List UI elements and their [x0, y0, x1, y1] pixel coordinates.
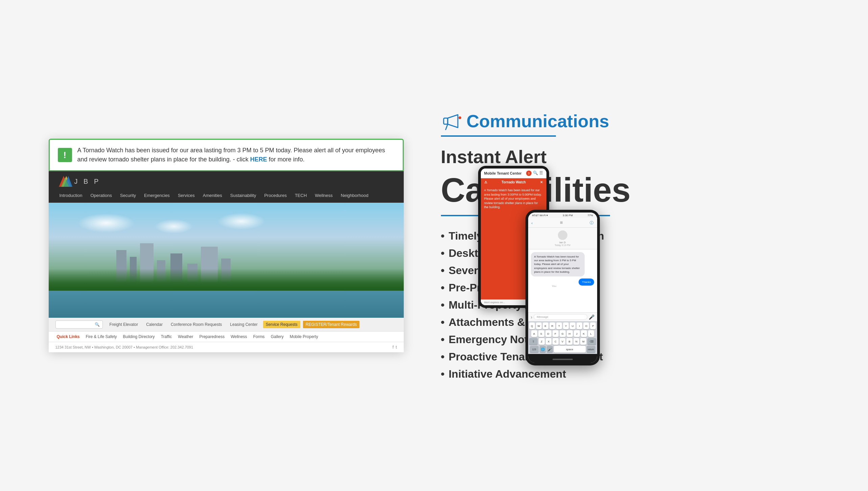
key-g[interactable]: G — [560, 330, 566, 337]
home-indicator — [528, 354, 597, 363]
status-battery: 77% — [587, 214, 593, 217]
phone-2-navheader: ‹ ⊞ ⓘ — [528, 218, 597, 228]
phone-2-contact-header: Ian D Today 3:13 PM — [528, 228, 597, 249]
home-bar[interactable] — [553, 359, 573, 360]
contact-name: Ian D — [559, 241, 566, 244]
nav-introduction[interactable]: Introduction — [55, 192, 87, 199]
bullet-1: • — [441, 230, 445, 242]
site-quicklinks: Quick Links Fire & Life Safety Building … — [49, 331, 404, 342]
key-b[interactable]: B — [566, 338, 572, 345]
nav-security[interactable]: Security — [116, 192, 140, 199]
key-l[interactable]: L — [588, 330, 594, 337]
alert-close-icon[interactable]: ✕ — [540, 180, 543, 184]
quicklink-preparedness[interactable]: Preparedness — [198, 334, 226, 340]
key-w[interactable]: W — [536, 322, 542, 329]
key-c[interactable]: C — [553, 338, 559, 345]
nav-procedures[interactable]: Procedures — [260, 192, 290, 199]
alert-text-before: A Tornado Watch has been issued for our … — [77, 147, 385, 163]
key-mic[interactable]: 🎤 — [547, 346, 553, 353]
nav-operations[interactable]: Operations — [86, 192, 116, 199]
site-logo: J B P — [59, 176, 101, 187]
message-input-area: › iMessage 🎤 — [528, 312, 597, 321]
nav-wellness[interactable]: Wellness — [311, 192, 337, 199]
key-j[interactable]: J — [574, 330, 580, 337]
site-header: J B P — [49, 171, 404, 192]
quicklink-main[interactable]: Quick Links — [55, 334, 81, 340]
key-delete[interactable]: ⌫ — [587, 338, 596, 345]
facebook-icon[interactable]: f — [393, 345, 394, 350]
key-i[interactable]: I — [577, 322, 582, 329]
link-calendar[interactable]: Calendar — [143, 321, 165, 328]
search-icon[interactable]: 🔍 — [95, 322, 100, 327]
quicklink-wellness[interactable]: Wellness — [229, 334, 248, 340]
key-p[interactable]: P — [590, 322, 596, 329]
phone-1-badge: 3 — [526, 171, 532, 176]
menu-icon-phone1[interactable]: ☰ — [539, 171, 543, 176]
key-123[interactable]: 123 — [530, 346, 539, 353]
key-z[interactable]: Z — [539, 338, 545, 345]
link-leasing[interactable]: Leasing Center — [227, 321, 260, 328]
mic-icon[interactable]: 🎤 — [589, 314, 594, 320]
comm-divider-line — [441, 135, 556, 137]
key-m[interactable]: M — [580, 338, 586, 345]
quicklink-traffic[interactable]: Traffic — [160, 334, 173, 340]
quicklink-fire[interactable]: Fire & Life Safety — [85, 334, 118, 340]
phone-1-title: Mobile Tenant Center — [484, 171, 522, 175]
alert-here-link[interactable]: HERE — [250, 156, 267, 163]
quicklink-forms[interactable]: Forms — [252, 334, 266, 340]
reply-label: You — [552, 285, 557, 288]
info-button[interactable]: ⓘ — [590, 220, 593, 225]
key-a[interactable]: A — [531, 330, 537, 337]
quicklink-gallery[interactable]: Gallery — [269, 334, 285, 340]
key-shift[interactable]: ⇧ — [529, 338, 538, 345]
svg-point-6 — [459, 117, 461, 118]
key-y[interactable]: Y — [563, 322, 569, 329]
nav-neighborhood[interactable]: Neighborhood — [337, 192, 373, 199]
key-t[interactable]: T — [556, 322, 562, 329]
list-item-9: • Initiative Advancement — [441, 368, 820, 380]
nav-tech[interactable]: TECH — [291, 192, 311, 199]
comm-title: Communications — [467, 111, 609, 131]
key-k[interactable]: K — [581, 330, 587, 337]
link-freight-elevator[interactable]: Freight Elevator — [107, 321, 141, 328]
nav-amenities[interactable]: Amenities — [199, 192, 226, 199]
key-o[interactable]: O — [583, 322, 589, 329]
search-icon-phone1[interactable]: 🔍 — [533, 171, 538, 176]
hero-background — [49, 203, 404, 318]
key-d[interactable]: D — [545, 330, 552, 337]
keyboard-row-2: A S D F G H J K L — [529, 330, 596, 337]
search-box[interactable]: 🔍 — [55, 320, 103, 329]
link-conference[interactable]: Conference Room Requests — [168, 321, 225, 328]
bullet-3: • — [441, 264, 445, 277]
key-f[interactable]: F — [553, 330, 559, 337]
key-s[interactable]: S — [538, 330, 544, 337]
back-button[interactable]: ‹ — [532, 221, 533, 225]
key-u[interactable]: U — [570, 322, 576, 329]
link-register[interactable]: REGISTER/Tenant Rewards — [303, 321, 359, 328]
key-n[interactable]: N — [573, 338, 580, 345]
twitter-icon[interactable]: t — [396, 345, 397, 350]
key-x[interactable]: X — [546, 338, 552, 345]
key-h[interactable]: H — [567, 330, 573, 337]
quicklink-mobile[interactable]: Mobile Property — [288, 334, 320, 340]
key-return[interactable]: return — [587, 346, 595, 353]
nav-services[interactable]: Services — [174, 192, 199, 199]
message-input[interactable]: iMessage — [534, 314, 587, 320]
quicklink-weather[interactable]: Weather — [177, 334, 194, 340]
link-service-requests[interactable]: Service Requests — [263, 321, 300, 328]
nav-emergencies[interactable]: Emergencies — [140, 192, 174, 199]
key-space[interactable]: space — [554, 346, 586, 353]
keyboard-row-4: 123 🌐 🎤 space return — [529, 346, 596, 353]
footer-address: 1234 31st Street, NW • Washington, DC 20… — [55, 345, 193, 349]
quicklink-directory[interactable]: Building Directory — [122, 334, 156, 340]
key-q[interactable]: Q — [529, 322, 535, 329]
key-e[interactable]: E — [543, 322, 548, 329]
nav-sustainability[interactable]: Sustainability — [226, 192, 260, 199]
add-icon[interactable]: › — [531, 314, 533, 320]
key-v[interactable]: V — [560, 338, 566, 345]
website-mockup: J B P Introduction Operations Security E… — [49, 171, 404, 352]
megaphone-icon — [441, 112, 461, 130]
key-r[interactable]: R — [549, 322, 555, 329]
key-emoji[interactable]: 🌐 — [540, 346, 546, 353]
main-container: ! A Tornado Watch has been issued for ou… — [28, 26, 840, 466]
